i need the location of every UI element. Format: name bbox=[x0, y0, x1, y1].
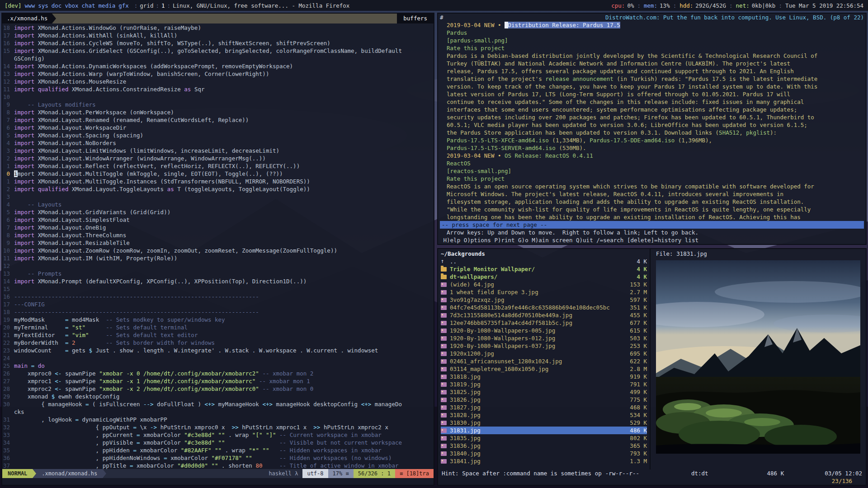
file-row[interactable]: 31840.jpg793 K bbox=[441, 450, 647, 457]
code-line[interactable]: 12 bbox=[2, 262, 434, 270]
code-line[interactable]: 30 { manageHook = ( isFullscreen --> doF… bbox=[2, 400, 434, 408]
file-row[interactable]: 31819.jpg791 K bbox=[441, 380, 647, 388]
code-line[interactable]: 17---CONFIG bbox=[2, 300, 434, 308]
code-line[interactable]: 20myTerminal = "st" -- Sets default term… bbox=[2, 324, 434, 331]
code-line[interactable]: 16import XMonad.Actions.CycleWS (moveTo,… bbox=[2, 39, 434, 47]
code-line[interactable]: 24 bbox=[2, 354, 434, 362]
code-line[interactable]: 8import XMonad.Layout.PerWorkspace (onWo… bbox=[2, 108, 434, 116]
file-row[interactable]: (wide) 64.jpg153 K bbox=[441, 281, 647, 288]
code-line[interactable]: 12import XMonad.Actions.MouseResize bbox=[2, 78, 434, 85]
code-line[interactable]: 3 bbox=[2, 193, 434, 201]
code-line[interactable]: 4 -- Layouts bbox=[2, 201, 434, 208]
workspace-item[interactable]: www bbox=[25, 2, 35, 9]
code-line[interactable]: cks bbox=[2, 408, 434, 416]
code-line[interactable]: 14import XMonad.Prompt (defaultXPConfig,… bbox=[2, 277, 434, 285]
code-line[interactable]: 17import XMonad.Actions.WithAll (sinkAll… bbox=[2, 32, 434, 39]
code-line[interactable]: 26 xmproc0 <- spawnPipe "xmobar -x 0 /ho… bbox=[2, 370, 434, 377]
code-line[interactable]: 18--------------------------------------… bbox=[2, 308, 434, 316]
link[interactable]: Rate this project bbox=[440, 175, 505, 182]
code-line[interactable]: 1import XMonad.Layout.Reflect (reflectVe… bbox=[2, 162, 434, 170]
vifm-file-list[interactable]: ↑..4 KTriple Monitor Wallpaper/4 Kdt-wal… bbox=[441, 258, 650, 469]
file-row[interactable]: 31831.jpg486 K bbox=[441, 427, 647, 434]
file-row[interactable]: 7d3c13155880e514a8d6d70510be449a.jpg455 … bbox=[441, 311, 647, 319]
vifm-window[interactable]: ~/Backgrounds ↑..4 KTriple Monitor Wallp… bbox=[437, 248, 867, 486]
code-line[interactable]: 35 , ppHidden = xmobarColor "#82AAFF" ""… bbox=[2, 446, 434, 454]
workspace-item[interactable]: doc bbox=[52, 2, 62, 9]
browser-window[interactable]: # DistroWatch.com: Put the fun back into… bbox=[437, 13, 867, 245]
code-line[interactable]: 9import XMonad.Layout.ResizableTile bbox=[2, 239, 434, 247]
link[interactable]: Pardus bbox=[440, 29, 467, 36]
workspace-item[interactable]: media bbox=[99, 2, 116, 9]
link[interactable]: Pardus-17.5-DDE-amd64.iso bbox=[590, 137, 675, 144]
code-line[interactable]: 13 -- Prompts bbox=[2, 270, 434, 277]
code-line[interactable]: 9 -- Layouts modifiers bbox=[2, 101, 434, 108]
link[interactable]: OS Release: ReactOS 0.4.11 bbox=[505, 152, 593, 159]
code-line[interactable]: GSConfig) bbox=[2, 55, 434, 62]
workspace-item[interactable]: chat bbox=[81, 2, 95, 9]
code-line[interactable]: 2import XMonad.Layout.WindowArranger (wi… bbox=[2, 155, 434, 162]
code-line[interactable]: 34 , ppVisible = xmobarColor "#c3e88d" "… bbox=[2, 439, 434, 446]
code-line[interactable]: 29 xmonad $ ewmh desktopConfig bbox=[2, 393, 434, 400]
code-line[interactable]: 14import XMonad.Actions.DynamicWorkspace… bbox=[2, 62, 434, 70]
workspace-item[interactable]: sys bbox=[38, 2, 48, 9]
vim-window[interactable]: .x/xmonad.hs buffers 18import XMonad.Act… bbox=[1, 13, 434, 486]
toolbar-link[interactable]: # bbox=[440, 14, 443, 21]
link[interactable]: Pardus-17.5-LTS-XFCE-amd64.iso bbox=[447, 137, 549, 144]
code-line[interactable]: 7import XMonad.Layout.Renamed (renamed, … bbox=[2, 116, 434, 124]
code-line[interactable]: 16--------------------------------------… bbox=[2, 293, 434, 300]
file-row[interactable]: 1 wheat field Europe 3.jpg2.7 M bbox=[441, 288, 647, 296]
file-row[interactable]: 02461_africansunset_1280x1024.jpg622 K bbox=[441, 357, 647, 365]
code-line[interactable]: 15 bbox=[2, 285, 434, 293]
vim-tab[interactable]: .x/xmonad.hs bbox=[2, 14, 52, 23]
code-line[interactable]: 0import XMonad.Layout.MultiToggle (mkTog… bbox=[2, 170, 434, 178]
file-row[interactable]: 31825.jpg499 K bbox=[441, 388, 647, 396]
code-line[interactable]: 13import XMonad.Actions.Warp (warpToWind… bbox=[2, 70, 434, 78]
file-row[interactable]: 31835.jpg802 K bbox=[441, 434, 647, 442]
file-row[interactable]: Triple Monitor Wallpaper/4 K bbox=[441, 265, 647, 273]
code-line[interactable]: 6import XMonad.Layout.WorkspaceDir bbox=[2, 124, 434, 131]
code-line[interactable]: 1import XMonad.Layout.MultiToggle.Instan… bbox=[2, 178, 434, 185]
code-line[interactable]: 32 { ppOutput = \x -> hPutStrLn xmproc0 … bbox=[2, 423, 434, 431]
code-line[interactable]: 27 xmproc1 <- spawnPipe "xmobar -x 1 /ho… bbox=[2, 377, 434, 385]
code-line[interactable]: 22myBorderWidth = 2 -- Sets border width… bbox=[2, 339, 434, 347]
code-line[interactable]: 33 , ppCurrent = xmobarColor "#c3e88d" "… bbox=[2, 431, 434, 439]
code-line[interactable]: 4import XMonad.Layout.NoBorders bbox=[2, 139, 434, 147]
file-row[interactable]: 1920-By-1080-Wallpapers-037.jpg253 K bbox=[441, 342, 647, 350]
code-line[interactable]: 31 , logHook = dynamicLogWithPP xmobarPP bbox=[2, 416, 434, 423]
code-line[interactable]: 7import XMonad.Layout.OneBig bbox=[2, 224, 434, 231]
code-line[interactable]: 36 , ppHiddenNoWindows = xmobarColor "#F… bbox=[2, 454, 434, 462]
file-row[interactable]: 31836.jpg365 K bbox=[441, 442, 647, 450]
code-line[interactable]: 21myTextEditor = "vim" -- Sets default t… bbox=[2, 331, 434, 339]
link[interactable]: [reactos-small.png] bbox=[440, 168, 511, 174]
code-line[interactable]: 23windowCount = gets $ Just . show . len… bbox=[2, 347, 434, 354]
file-row[interactable]: 1920-By-1080-Wallpapers-005.jpg615 K bbox=[441, 327, 647, 334]
code-line[interactable]: 19myModMask = mod4Mask -- Sets modkey to… bbox=[2, 316, 434, 324]
file-row[interactable]: ↑..4 K bbox=[441, 258, 647, 265]
link[interactable]: Distribution Release: Pardus 17.5 bbox=[508, 22, 620, 28]
code-line[interactable]: 37 , ppTitle = xmobarColor "#d0d0d0" "" … bbox=[2, 462, 434, 469]
code-line[interactable]: 25main = do bbox=[2, 362, 434, 370]
file-row[interactable]: 1920x1200.jpg695 K bbox=[441, 350, 647, 357]
code-line[interactable]: 6import XMonad.Layout.SimplestFloat bbox=[2, 216, 434, 224]
code-line[interactable]: 2import qualified XMonad.Layout.ToggleLa… bbox=[2, 185, 434, 193]
workspace-item[interactable]: vbox bbox=[65, 2, 78, 9]
file-row[interactable]: 3vo91g7azxqz.jpg597 K bbox=[441, 296, 647, 304]
code-line[interactable]: 5import XMonad.Layout.GridVariants (Grid… bbox=[2, 208, 434, 216]
link[interactable]: ReactOS bbox=[440, 160, 471, 167]
file-row[interactable]: 31826.jpg775 K bbox=[441, 396, 647, 404]
file-row[interactable]: 04fc7e45d58113b2a9fe446c8c635886b694e108… bbox=[441, 304, 647, 311]
code-line[interactable]: 15import XMonad.Actions.GridSelect (GSCo… bbox=[2, 47, 434, 55]
code-line[interactable]: 18import XMonad.Actions.WindowGo (runOrR… bbox=[2, 24, 434, 32]
file-row[interactable]: 31841.jpg1.3 M bbox=[441, 457, 647, 465]
link[interactable]: [pardus-small.png] bbox=[440, 37, 508, 44]
link[interactable]: release announcement bbox=[545, 75, 613, 82]
file-row[interactable]: dt-wallpapers/4 K bbox=[441, 273, 647, 281]
code-line[interactable]: 5import XMonad.Layout.Spacing (spacing) bbox=[2, 131, 434, 139]
link[interactable]: Pardus-17.5-LTS-SERVER-amd64.iso bbox=[447, 145, 556, 151]
file-row[interactable]: 1920-By-1080-Wallpapers-012.jpg503 K bbox=[441, 334, 647, 342]
link[interactable]: SHA512 bbox=[719, 129, 739, 136]
code-line[interactable]: 10 bbox=[2, 93, 434, 101]
workspace-current[interactable]: [dev] bbox=[5, 2, 22, 9]
code-line[interactable]: 10import XMonad.Layout.ZoomRow (zoomRow,… bbox=[2, 247, 434, 254]
file-row[interactable]: 31830.jpg529 K bbox=[441, 419, 647, 427]
